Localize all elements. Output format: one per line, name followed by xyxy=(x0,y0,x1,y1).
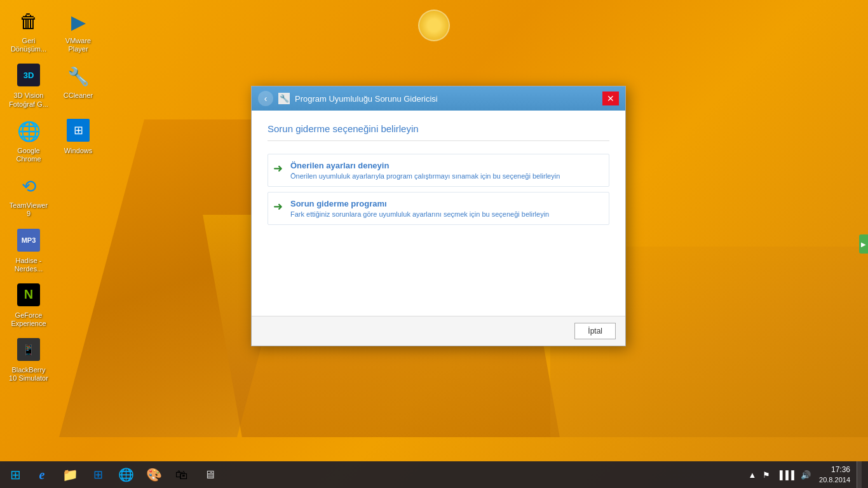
dialog-empty-space xyxy=(268,230,609,306)
show-desktop-button[interactable] xyxy=(857,461,862,488)
dialog-back-button[interactable]: ‹ xyxy=(258,91,273,106)
3dvision-icon: 3D xyxy=(17,64,40,86)
dialog-close-button[interactable]: ✕ xyxy=(602,92,619,105)
windows-icon: ⊞ xyxy=(67,119,90,142)
file-explorer-icon: 📁 xyxy=(62,467,78,482)
paint-icon: 🎨 xyxy=(146,467,162,482)
desktop-icon-recycle-bin[interactable]: 🗑 Geri Dönüşüm... xyxy=(6,6,51,56)
desktop-icon-vmware[interactable]: ▶ VMware Player xyxy=(56,6,100,56)
geforce-icon: N xyxy=(17,283,40,306)
recycle-bin-label: Geri Dönüşüm... xyxy=(9,37,48,53)
vmware-icon: ▶ xyxy=(71,11,86,33)
desktop-icon-ccleaner[interactable]: 🔧 CCleaner xyxy=(56,61,100,111)
taskbar-item-ie[interactable]: e xyxy=(28,461,56,488)
ccleaner-icon: 🔧 xyxy=(67,66,90,87)
taskbar-item-app7[interactable]: 🖥 xyxy=(196,461,224,488)
taskbar-item-store[interactable]: 🛍 xyxy=(168,461,196,488)
clock-time: 17:36 xyxy=(819,464,850,475)
desktop-icon-blackberry[interactable]: 📱 BlackBerry 10 Simulator xyxy=(6,336,51,385)
option-arrow-icon-1: ➜ xyxy=(273,161,283,175)
option-2-title: Sorun giderme programı xyxy=(290,199,549,208)
tray-flag-icon[interactable]: ⚑ xyxy=(761,470,772,480)
taskbar-item-task-manager[interactable]: ⊞ xyxy=(84,461,112,488)
blackberry-icon: 📱 xyxy=(17,338,40,361)
chrome-label: Google Chrome xyxy=(9,147,48,163)
ccleaner-label: CCleaner xyxy=(58,92,98,100)
3dvision-label: 3D Vision Fotoğraf G... xyxy=(9,92,48,108)
windows-label: Windows xyxy=(58,147,98,155)
option-2-text: Sorun giderme programı Fark ettiğiniz so… xyxy=(290,199,549,218)
mp3-icon: MP3 xyxy=(17,229,40,252)
wrench-icon: 🔧 xyxy=(280,94,289,103)
ie-icon: e xyxy=(39,468,45,482)
task-manager-icon: ⊞ xyxy=(93,468,103,482)
taskbar-item-paint[interactable]: 🎨 xyxy=(140,461,168,488)
desktop-icon-windows[interactable]: ⊞ Windows xyxy=(56,116,100,166)
app7-icon: 🖥 xyxy=(204,468,215,482)
option-arrow-icon-2: ➜ xyxy=(273,200,283,214)
center-desktop-icon xyxy=(418,10,450,41)
option-1-text: Önerilen ayarları deneyin Önerilen uyuml… xyxy=(290,161,560,180)
clock-date: 20.8.2014 xyxy=(819,475,850,485)
cancel-button[interactable]: İptal xyxy=(574,323,616,339)
taskbar-item-chrome[interactable]: 🌐 xyxy=(112,461,140,488)
start-button[interactable]: ⊞ xyxy=(3,461,28,488)
tray-up-arrow-icon[interactable]: ▲ xyxy=(747,470,759,480)
right-edge-arrow[interactable]: ▶ xyxy=(859,234,868,254)
taskbar-items: e 📁 ⊞ 🌐 🎨 🛍 🖥 xyxy=(28,461,747,488)
taskbar-clock[interactable]: 17:36 20.8.2014 xyxy=(815,464,854,485)
dialog-app-icon: 🔧 xyxy=(278,93,290,104)
teamviewer-icon: ⟲ xyxy=(22,176,36,197)
start-icon: ⊞ xyxy=(10,467,21,482)
dialog-heading: Sorun giderme seçeneğini belirleyin xyxy=(268,123,609,141)
option-1-description: Önerilen uyumluluk ayarlarıyla program ç… xyxy=(290,172,560,180)
dialog-content: Sorun giderme seçeneğini belirleyin ➜ Ön… xyxy=(252,111,625,316)
taskbar: ⊞ e 📁 ⊞ 🌐 🎨 🛍 xyxy=(0,461,868,488)
desktop-icon-3dvision[interactable]: 3D 3D Vision Fotoğraf G... xyxy=(6,61,51,111)
compatibility-troubleshooter-dialog: ‹ 🔧 Program Uyumluluğu Sorunu Gidericisi… xyxy=(251,86,626,346)
recycle-bin-icon: 🗑 xyxy=(19,11,38,32)
option-2-description: Fark ettiğiniz sorunlara göre uyumluluk … xyxy=(290,210,549,218)
chrome-icon: 🌐 xyxy=(17,120,41,142)
desktop: ▶ 🗑 Geri Dönüşüm... ▶ VMware Player xyxy=(0,0,868,488)
taskbar-tray: ▲ ⚑ ▐▐▐ 🔊 17:36 20.8.2014 xyxy=(747,461,865,488)
desktop-icon-geforce[interactable]: N GeForce Experience xyxy=(6,281,51,330)
tray-volume-icon[interactable]: 🔊 xyxy=(799,470,813,480)
back-arrow-icon: ‹ xyxy=(264,93,268,104)
dialog-titlebar: ‹ 🔧 Program Uyumluluğu Sorunu Gidericisi… xyxy=(252,86,625,111)
option-troubleshoot-program[interactable]: ➜ Sorun giderme programı Fark ettiğiniz … xyxy=(268,192,609,225)
desktop-icon-teamviewer[interactable]: ⟲ TeamViewer 9 xyxy=(6,171,51,220)
blackberry-label: BlackBerry 10 Simulator xyxy=(9,366,48,383)
dialog-title: Program Uyumluluğu Sorunu Gidericisi xyxy=(295,94,597,104)
vmware-label: VMware Player xyxy=(58,37,98,53)
desktop-icon-mp3[interactable]: MP3 Hadise - Nerdes... xyxy=(6,226,51,276)
tray-network-icon[interactable]: ▐▐▐ xyxy=(775,470,796,480)
dialog-footer: İptal xyxy=(252,316,625,346)
option-1-title: Önerilen ayarları deneyin xyxy=(290,161,560,170)
teamviewer-label: TeamViewer 9 xyxy=(9,201,48,218)
mp3-label: Hadise - Nerdes... xyxy=(9,257,48,273)
taskbar-item-file-explorer[interactable]: 📁 xyxy=(56,461,84,488)
store-icon: 🛍 xyxy=(175,468,188,482)
chrome-taskbar-icon: 🌐 xyxy=(118,467,134,482)
option-recommended-settings[interactable]: ➜ Önerilen ayarları deneyin Önerilen uyu… xyxy=(268,154,609,187)
desktop-icon-area: 🗑 Geri Dönüşüm... ▶ VMware Player 3D 3D … xyxy=(6,6,100,386)
desktop-icon-chrome[interactable]: 🌐 Google Chrome xyxy=(6,116,51,166)
geforce-label: GeForce Experience xyxy=(9,311,48,328)
